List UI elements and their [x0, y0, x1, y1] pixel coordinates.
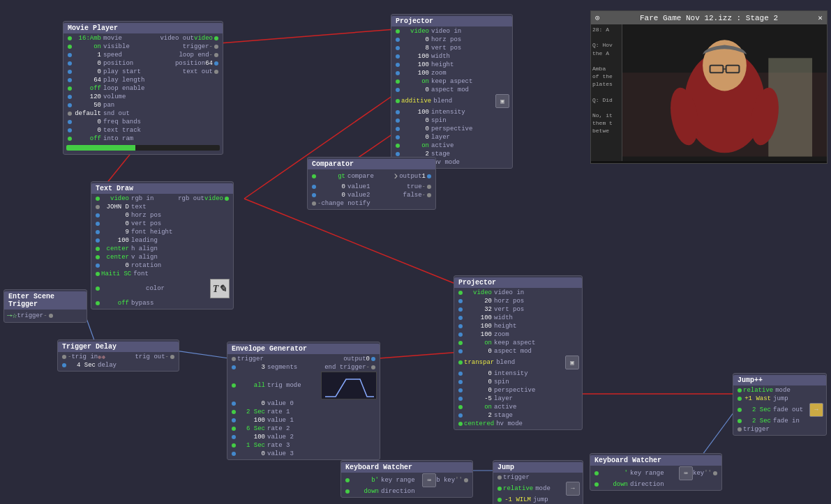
jump-plus-node: Jump++ relative mode +1 Wast jump 2 Sec … — [733, 373, 827, 436]
projector1-node: Projector video video in 0 horz pos 8 ve… — [391, 14, 513, 169]
jump-node: Jump trigger relative mode→ -1 WILM jump… — [493, 460, 583, 504]
envelope-gen-node: Envelope Generator triggeroutput 0 3 seg… — [227, 342, 380, 460]
key-icon2: ⌨ — [679, 466, 693, 480]
keyboard2-title: Keyboard Watcher — [590, 455, 721, 466]
progress-bar — [66, 145, 220, 151]
projector2-title: Projector — [454, 277, 582, 288]
jump-title: Jump — [493, 462, 583, 473]
text-draw-node: Text Draw video rgb inrgb out video JOHN… — [91, 181, 234, 310]
comparator-node: Comparator gt compare› output 1 0 value1… — [307, 157, 436, 210]
keyboard1-title: Keyboard Watcher — [341, 462, 472, 473]
video-title: Fare Game Nov 12.izz : Stage 2 — [640, 14, 778, 22]
video-preview: ⊙ Fare Game Nov 12.izz : Stage 2 ✕ 28: A… — [590, 10, 828, 164]
trigger-delay-node: Trigger Delay - trig in ❊❊trig out - 4 S… — [57, 339, 179, 372]
text-draw-title: Text Draw — [91, 183, 233, 194]
blend-icon[interactable]: ▣ — [495, 94, 509, 108]
projector1-title: Projector — [391, 16, 512, 26]
movie-player-node: Movie Player 16:Amb movievideo out video… — [63, 21, 223, 155]
video-titlebar: ⊙ Fare Game Nov 12.izz : Stage 2 ✕ — [591, 11, 827, 24]
enter-scene-title: Enter Scene Trigger — [4, 291, 87, 310]
video-main — [622, 24, 827, 161]
jumpplus-icon[interactable]: → — [809, 403, 823, 417]
keyboard1-node: Keyboard Watcher b' key range⌨ b key '' … — [340, 460, 473, 498]
enter-scene-node: Enter Scene Trigger →☆ trigger - — [3, 289, 87, 323]
keyboard2-node: Keyboard Watcher ' key range⌨ key '' dow… — [590, 453, 722, 491]
jump-icon: → — [566, 482, 580, 496]
comparator-title: Comparator — [308, 159, 435, 169]
text-draw-icon[interactable]: T✎ — [210, 279, 230, 298]
key-icon1: ⌨ — [422, 473, 436, 487]
movie-player-title: Movie Player — [63, 23, 223, 33]
trigger-delay-title: Trigger Delay — [58, 342, 179, 352]
video-sidebar: 28: A Q: Hov the A Amba of the plates Q:… — [591, 24, 622, 161]
envelope-gen-title: Envelope Generator — [227, 344, 380, 354]
blend-icon2[interactable]: ▣ — [565, 356, 579, 369]
jump-plus-title: Jump++ — [733, 375, 826, 385]
projector2-node: Projector video video in 20 horz pos 32 … — [454, 275, 583, 430]
